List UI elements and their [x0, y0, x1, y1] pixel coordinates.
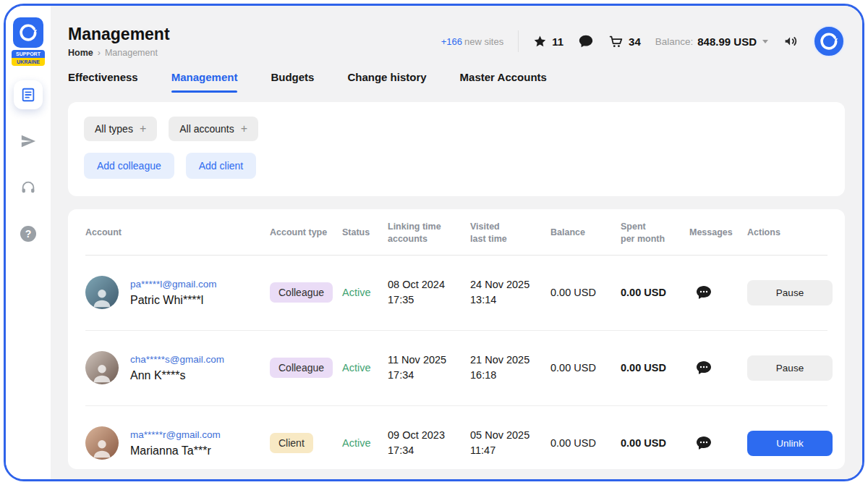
messages-button[interactable] — [695, 359, 712, 376]
support-ukraine-badge: SUPPORT UKRAINE — [12, 50, 45, 66]
announcements-button[interactable] — [783, 33, 799, 49]
linking-time: 11 Nov 2025 17:34 — [388, 353, 470, 384]
avatar — [85, 276, 119, 309]
filter-all-accounts[interactable]: All accounts + — [169, 117, 258, 141]
balance-dropdown[interactable]: Balance: 848.99 USD — [655, 35, 768, 48]
balance-value: 0.00 USD — [550, 287, 621, 298]
message-bubble-icon — [695, 434, 712, 452]
unlink-button[interactable]: Unlink — [747, 431, 833, 456]
chat-button[interactable] — [578, 33, 594, 49]
pause-button[interactable]: Pause — [747, 280, 833, 305]
app-logo[interactable] — [13, 17, 43, 48]
visited-time: 24 Nov 2025 13:14 — [470, 277, 550, 309]
account-name: Ann K****s — [130, 369, 224, 382]
sidebar-item-telegram[interactable] — [14, 127, 43, 156]
linking-time: 09 Oct 2023 17:34 — [388, 428, 470, 460]
breadcrumb-home[interactable]: Home — [68, 48, 93, 58]
spent-value: 0.00 USD — [621, 437, 689, 449]
tab-budgets[interactable]: Budgets — [271, 71, 314, 83]
breadcrumb-current: Management — [105, 48, 158, 58]
person-icon — [90, 360, 114, 384]
plus-icon: + — [241, 123, 247, 135]
favorites-counter[interactable]: 11 — [533, 35, 563, 48]
main-content: Management Home › Management +166new sit… — [51, 6, 862, 479]
linking-time: 08 Oct 2024 17:35 — [388, 277, 470, 309]
title-block: Management Home › Management — [68, 25, 170, 58]
table-row: ma*****r@gmail.com Marianna Ta***r Clien… — [85, 406, 827, 469]
avatar-logo-icon — [820, 32, 838, 51]
col-account-type: Account type — [270, 227, 342, 239]
add-colleague-button[interactable]: Add colleague — [84, 153, 174, 179]
col-balance: Balance — [550, 227, 621, 239]
new-sites-link[interactable]: +166new sites — [441, 36, 504, 47]
breadcrumb: Home › Management — [68, 48, 170, 58]
paper-plane-icon — [20, 133, 36, 149]
page-title: Management — [68, 25, 170, 44]
app-window: SUPPORT UKRAINE — [4, 4, 864, 481]
plus-icon: + — [140, 123, 146, 135]
status-badge: Active — [342, 437, 388, 449]
sidebar-item-help[interactable]: ? — [14, 219, 43, 248]
pause-button[interactable]: Pause — [747, 355, 833, 381]
add-client-button[interactable]: Add client — [186, 153, 256, 179]
account-cell: pa*****l@gmail.com Patric Whi****l — [85, 276, 270, 309]
table-row: pa*****l@gmail.com Patric Whi****l Colle… — [85, 256, 827, 331]
message-bubble-icon — [695, 359, 712, 376]
visited-time: 05 Nov 2025 11:47 — [470, 428, 550, 460]
document-icon — [20, 87, 36, 103]
avatar — [85, 426, 119, 460]
sidebar-item-support[interactable] — [14, 173, 43, 202]
balance-value: 0.00 USD — [550, 437, 621, 449]
account-email[interactable]: pa*****l@gmail.com — [130, 279, 217, 290]
table-header-row: Account Account type Status Linking time… — [85, 209, 827, 256]
sidebar-item-projects[interactable] — [14, 80, 43, 109]
divider — [518, 30, 519, 52]
col-actions: Actions — [747, 227, 827, 239]
account-cell: cha*****s@gmail.com Ann K****s — [85, 351, 270, 384]
tab-bar: Effectiveness Management Budgets Change … — [68, 71, 845, 95]
filter-chips: All types + All accounts + — [84, 117, 829, 141]
account-type-badge: Colleague — [270, 282, 333, 303]
col-status: Status — [342, 227, 388, 239]
topbar-right: +166new sites 11 — [441, 25, 845, 57]
account-type-badge: Colleague — [270, 358, 333, 378]
tab-change-history[interactable]: Change history — [347, 71, 426, 83]
tab-management[interactable]: Management — [171, 71, 238, 83]
avatar — [85, 351, 119, 384]
messages-button[interactable] — [695, 434, 712, 452]
star-icon — [533, 35, 547, 48]
filter-all-types[interactable]: All types + — [84, 117, 157, 141]
breadcrumb-separator: › — [98, 48, 101, 58]
col-account: Account — [85, 227, 270, 239]
sidebar-nav: ? — [14, 80, 43, 248]
spent-value: 0.00 USD — [621, 362, 689, 374]
account-email[interactable]: ma*****r@gmail.com — [130, 429, 221, 440]
col-spent: Spent per month — [621, 221, 689, 245]
accounts-table: Account Account type Status Linking time… — [68, 209, 845, 469]
col-visited: Visited last time — [470, 221, 550, 245]
spent-value: 0.00 USD — [621, 287, 689, 298]
question-icon: ? — [20, 226, 36, 242]
chevron-down-icon — [762, 40, 768, 43]
tab-master-accounts[interactable]: Master Accounts — [460, 71, 547, 83]
add-buttons: Add colleague Add client — [84, 153, 829, 179]
logo-c-icon — [19, 23, 38, 42]
user-avatar[interactable] — [813, 25, 845, 57]
account-name: Marianna Ta***r — [130, 444, 221, 457]
filters-panel: All types + All accounts + Add colleague… — [68, 102, 845, 196]
col-messages: Messages — [689, 227, 747, 239]
person-icon — [90, 435, 114, 460]
status-badge: Active — [342, 362, 388, 374]
cart-counter[interactable]: 34 — [608, 34, 641, 49]
topbar: Management Home › Management +166new sit… — [68, 6, 845, 62]
headphones-icon — [20, 180, 36, 195]
status-badge: Active — [342, 287, 388, 298]
visited-time: 21 Nov 2025 16:18 — [470, 353, 550, 384]
account-email[interactable]: cha*****s@gmail.com — [130, 354, 224, 365]
table-row: cha*****s@gmail.com Ann K****s Colleague… — [85, 331, 827, 406]
sidebar: SUPPORT UKRAINE — [6, 6, 51, 479]
tab-effectiveness[interactable]: Effectiveness — [68, 71, 138, 83]
message-bubble-icon — [695, 284, 712, 301]
account-name: Patric Whi****l — [130, 294, 217, 307]
messages-button[interactable] — [695, 284, 712, 301]
